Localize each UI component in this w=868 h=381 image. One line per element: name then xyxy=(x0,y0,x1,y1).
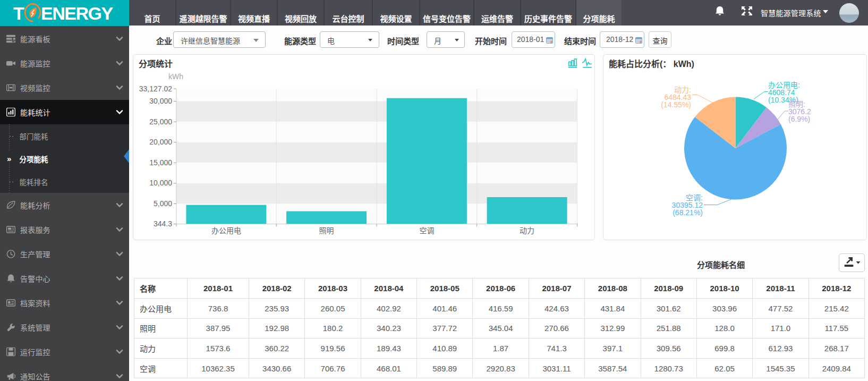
svg-text:33,127.02: 33,127.02 xyxy=(139,84,172,93)
svg-text:10,000: 10,000 xyxy=(149,179,172,187)
svg-text:5,000: 5,000 xyxy=(154,199,172,208)
svg-text:照明: 照明 xyxy=(319,226,334,235)
svg-text:ENERGY: ENERGY xyxy=(41,3,113,23)
svg-text:空调: 空调 xyxy=(419,226,434,235)
svg-text:T: T xyxy=(13,3,24,23)
svg-text:(14.55%): (14.55%) xyxy=(661,100,691,109)
svg-text:(6.9%): (6.9%) xyxy=(788,115,810,123)
svg-text:25,000: 25,000 xyxy=(149,117,172,126)
svg-text:(68.21%): (68.21%) xyxy=(673,208,703,217)
svg-text:20,000: 20,000 xyxy=(149,138,172,146)
svg-text:344.3: 344.3 xyxy=(154,219,172,228)
svg-text:kWh: kWh xyxy=(168,72,183,81)
svg-text:动力: 动力 xyxy=(520,226,534,235)
svg-text:办公用电: 办公用电 xyxy=(211,226,241,235)
svg-text:30,000: 30,000 xyxy=(149,97,172,105)
svg-text:15,000: 15,000 xyxy=(149,158,172,167)
